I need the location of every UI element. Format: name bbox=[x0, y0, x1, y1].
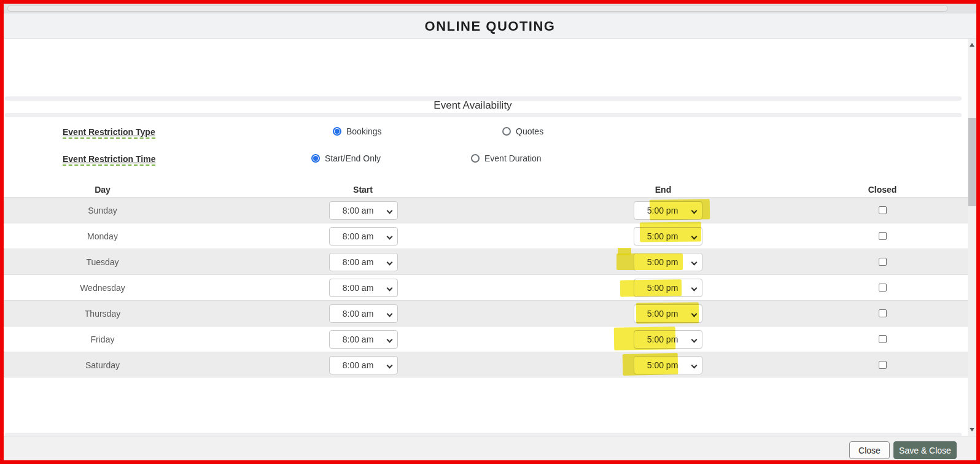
end-select[interactable]: 5:00 pm bbox=[634, 356, 702, 374]
end-select[interactable]: 5:00 pm bbox=[634, 304, 702, 323]
column-header-start: Start bbox=[332, 185, 394, 195]
day-label: Monday bbox=[41, 223, 165, 249]
closed-checkbox[interactable] bbox=[879, 284, 887, 292]
start-select[interactable]: 8:00 am bbox=[329, 227, 398, 246]
end-select-value: 5:00 pm bbox=[647, 309, 679, 319]
end-select[interactable]: 5:00 pm bbox=[634, 201, 702, 220]
table-row-friday: Friday 8:00 am 5:00 pm bbox=[4, 326, 968, 352]
chevron-down-icon bbox=[387, 260, 393, 266]
chevron-down-icon bbox=[387, 337, 393, 343]
save-and-close-button[interactable]: Save & Close bbox=[893, 441, 957, 459]
chevron-down-icon bbox=[691, 208, 698, 214]
event-duration-radio-label: Event Duration bbox=[484, 153, 542, 163]
start-select[interactable]: 8:00 am bbox=[329, 356, 398, 374]
end-select[interactable]: 5:00 pm bbox=[634, 227, 702, 246]
start-select-value: 8:00 am bbox=[343, 206, 374, 215]
start-end-only-radio-label: Start/End Only bbox=[325, 153, 381, 163]
radio-option-bookings[interactable]: Bookings bbox=[333, 126, 382, 136]
scroll-down-button[interactable] bbox=[968, 425, 976, 435]
start-select-value: 8:00 am bbox=[343, 360, 374, 370]
page-top-strip bbox=[4, 4, 976, 14]
table-row-monday: Monday 8:00 am 5:00 pm bbox=[4, 223, 968, 249]
day-label: Sunday bbox=[41, 198, 165, 223]
arrow-up-icon bbox=[970, 43, 974, 47]
day-label: Saturday bbox=[41, 352, 165, 378]
start-select[interactable]: 8:00 am bbox=[329, 253, 398, 271]
start-end-only-radio-icon[interactable] bbox=[311, 154, 320, 163]
chevron-down-icon bbox=[691, 285, 698, 292]
start-select[interactable]: 8:00 am bbox=[329, 201, 398, 220]
table-row-saturday: Saturday 8:00 am 5:00 pm bbox=[4, 352, 968, 377]
scrollbar-thumb[interactable] bbox=[968, 118, 976, 206]
start-select-value: 8:00 am bbox=[343, 283, 374, 293]
closed-checkbox[interactable] bbox=[879, 361, 887, 369]
column-header-closed: Closed bbox=[852, 185, 913, 195]
start-select[interactable]: 8:00 am bbox=[329, 279, 398, 297]
day-label: Thursday bbox=[41, 301, 165, 327]
end-select-value: 5:00 pm bbox=[647, 257, 679, 267]
bookings-radio-label: Bookings bbox=[346, 126, 382, 136]
quotes-radio-icon[interactable] bbox=[502, 127, 511, 136]
end-select-value: 5:00 pm bbox=[647, 283, 679, 293]
end-select-value: 5:00 pm bbox=[647, 334, 679, 344]
column-header-end: End bbox=[632, 185, 694, 195]
chevron-down-icon bbox=[691, 234, 698, 240]
chevron-down-icon bbox=[387, 311, 393, 317]
day-label: Tuesday bbox=[41, 249, 165, 275]
chevron-down-icon bbox=[691, 337, 698, 343]
chevron-down-icon bbox=[387, 208, 393, 214]
modal-footer: Close Save & Close bbox=[4, 436, 976, 460]
column-header-day: Day bbox=[72, 185, 133, 195]
arrow-down-icon bbox=[970, 428, 974, 431]
start-select[interactable]: 8:00 am bbox=[329, 330, 398, 349]
bookings-radio-icon[interactable] bbox=[333, 127, 341, 136]
day-label: Wednesday bbox=[41, 275, 165, 301]
online-quoting-modal: ONLINE QUOTING Event Availability Event … bbox=[0, 0, 980, 464]
start-select[interactable]: 8:00 am bbox=[329, 304, 398, 323]
day-label: Friday bbox=[41, 327, 165, 352]
chevron-down-icon bbox=[387, 363, 393, 369]
end-select[interactable]: 5:00 pm bbox=[634, 330, 702, 349]
closed-checkbox[interactable] bbox=[879, 335, 887, 343]
radio-option-quotes[interactable]: Quotes bbox=[502, 126, 543, 136]
modal-body: Event Availability Event Restriction Typ… bbox=[4, 39, 976, 436]
chevron-down-icon bbox=[691, 363, 698, 369]
event-restriction-time-label: Event Restriction Time bbox=[63, 154, 155, 166]
start-select-value: 8:00 am bbox=[343, 309, 374, 319]
radio-option-event-duration[interactable]: Event Duration bbox=[471, 153, 542, 163]
closed-checkbox[interactable] bbox=[879, 232, 887, 240]
end-select[interactable]: 5:00 pm bbox=[634, 279, 702, 297]
table-row-tuesday: Tuesday 8:00 am 5:00 pm bbox=[4, 249, 968, 274]
section-divider bbox=[5, 113, 962, 117]
table-row-sunday: Sunday 8:00 am 5:00 pm bbox=[4, 197, 968, 223]
closed-checkbox[interactable] bbox=[879, 309, 887, 317]
chevron-down-icon bbox=[387, 285, 393, 292]
modal-title: ONLINE QUOTING bbox=[4, 14, 976, 39]
close-button[interactable]: Close bbox=[849, 441, 890, 459]
end-select-value: 5:00 pm bbox=[647, 206, 679, 215]
table-row-wednesday: Wednesday 8:00 am 5:00 pm bbox=[4, 274, 968, 300]
table-row-thursday: Thursday 8:00 am 5:00 pm bbox=[4, 300, 968, 326]
start-select-value: 8:00 am bbox=[343, 334, 374, 344]
closed-checkbox[interactable] bbox=[879, 258, 887, 266]
modal-titlebar: ONLINE QUOTING bbox=[4, 14, 976, 39]
vertical-scrollbar[interactable] bbox=[968, 39, 976, 436]
start-select-value: 8:00 am bbox=[343, 257, 374, 267]
start-select-value: 8:00 am bbox=[343, 231, 374, 241]
availability-heading: Event Availability bbox=[4, 99, 942, 112]
scroll-up-button[interactable] bbox=[968, 40, 976, 50]
end-select[interactable]: 5:00 pm bbox=[634, 253, 702, 271]
event-duration-radio-icon[interactable] bbox=[471, 154, 480, 163]
chevron-down-icon bbox=[691, 311, 698, 317]
end-select-value: 5:00 pm bbox=[647, 231, 679, 241]
chevron-down-icon bbox=[387, 234, 393, 240]
event-restriction-type-label: Event Restriction Type bbox=[63, 127, 155, 139]
radio-option-start-end-only[interactable]: Start/End Only bbox=[311, 153, 381, 163]
quotes-radio-label: Quotes bbox=[516, 126, 543, 136]
availability-table: Sunday 8:00 am 5:00 pm Monday 8:00 am 5:… bbox=[4, 197, 968, 377]
chevron-down-icon bbox=[691, 260, 698, 266]
end-select-value: 5:00 pm bbox=[647, 360, 679, 370]
top-bar-pill bbox=[7, 5, 948, 12]
closed-checkbox[interactable] bbox=[879, 206, 887, 214]
